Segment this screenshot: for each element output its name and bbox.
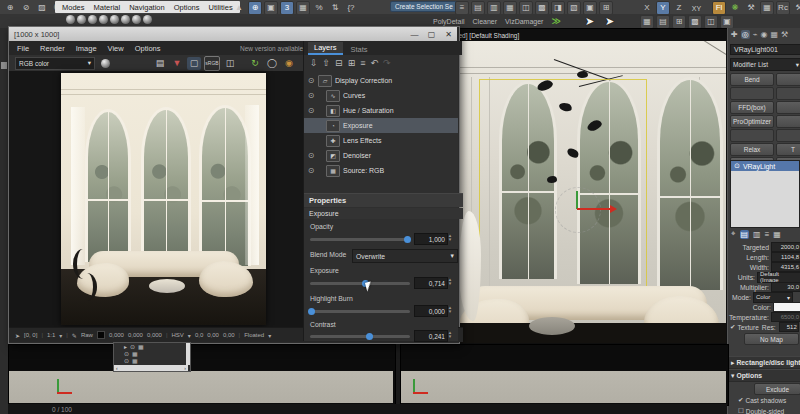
- save-layers-icon[interactable]: ⇧: [323, 58, 331, 68]
- axis-z-button[interactable]: Z: [672, 1, 686, 15]
- compare-images-icon[interactable]: ◫: [223, 57, 237, 70]
- show-end-result-icon[interactable]: ▤: [740, 230, 750, 239]
- contrast-value[interactable]: 0,241: [414, 330, 448, 342]
- spacing-tool-icon[interactable]: ▤: [656, 15, 670, 29]
- modifier-button-cut[interactable]: [776, 115, 800, 128]
- visibility-eye-icon[interactable]: ⊙: [304, 76, 318, 85]
- display-tab-icon[interactable]: ▦: [771, 30, 779, 39]
- targeted-value[interactable]: 2000,0: [771, 242, 800, 252]
- snap-3d-icon[interactable]: 3: [280, 1, 294, 15]
- chevron-double-icon[interactable]: ≫: [551, 16, 560, 26]
- save-image-icon[interactable]: ▤: [153, 57, 167, 70]
- maximize-button[interactable]: ▢: [423, 30, 440, 39]
- tab-stats[interactable]: Stats: [345, 44, 374, 55]
- exclude-button[interactable]: Exclude: [754, 383, 800, 395]
- spinner-snap-icon[interactable]: ⇅: [328, 1, 342, 15]
- wrench-icon[interactable]: ⚒: [792, 1, 800, 15]
- spinner-icon[interactable]: ▴▾: [447, 233, 453, 241]
- undo-icon[interactable]: ↶: [370, 58, 378, 68]
- remove-modifier-icon[interactable]: ≡: [765, 230, 770, 239]
- modifier-button-ffdbox[interactable]: FFD(box): [730, 101, 774, 114]
- blend-mode-dropdown[interactable]: Overwrite▾: [352, 249, 458, 263]
- float-mode-dropdown[interactable]: Floated: [244, 332, 264, 338]
- modifier-button-bend[interactable]: Bend: [730, 73, 774, 86]
- units-dropdown[interactable]: Default (Image: [757, 272, 800, 283]
- opacity-value[interactable]: 1,000: [414, 233, 448, 245]
- gizmo-x-axis[interactable]: [577, 208, 611, 210]
- opacity-slider-knob[interactable]: [404, 236, 411, 243]
- horizontal-scrollbar[interactable]: ‹›: [114, 365, 188, 371]
- script-button-vizdamager[interactable]: VizDamager: [505, 18, 543, 25]
- align-icon[interactable]: ▥: [487, 1, 501, 15]
- unlink-icon[interactable]: ⊘: [19, 1, 33, 15]
- contrast-slider-knob[interactable]: [366, 333, 373, 340]
- object-name-field[interactable]: VRayLight001: [730, 44, 800, 55]
- layer-row-curves[interactable]: ⊙ ∿ Curves: [304, 88, 458, 103]
- bind-spacewarp-icon[interactable]: ▨: [35, 1, 49, 15]
- new-version-notice[interactable]: New version available!: [240, 45, 305, 52]
- scroll-left-icon[interactable]: ‹: [116, 365, 118, 371]
- stop-render-icon[interactable]: ◯: [265, 57, 279, 70]
- array-icon[interactable]: ▦: [640, 15, 654, 29]
- toggle-icon[interactable]: ⊙: [124, 350, 129, 357]
- grid-icon[interactable]: ▦: [132, 350, 138, 357]
- vfb-image-area[interactable]: [9, 71, 303, 327]
- material-sphere-icon[interactable]: [132, 15, 141, 24]
- graphite-icon[interactable]: ◫: [519, 1, 533, 15]
- forest-pack-icon[interactable]: Fl: [712, 1, 726, 15]
- preview-sphere-icon[interactable]: [101, 59, 110, 68]
- multiplier-value[interactable]: 30,0: [771, 282, 800, 292]
- scroll-right-icon[interactable]: ›: [184, 365, 186, 371]
- channel-dropdown[interactable]: RGB color▾: [15, 57, 95, 70]
- railclone-icon[interactable]: Rc: [776, 1, 790, 15]
- highlight-burn-slider-knob[interactable]: [308, 308, 315, 315]
- material-sphere-icon[interactable]: [110, 15, 119, 24]
- axis-x-button[interactable]: X: [640, 1, 654, 15]
- mode-dropdown[interactable]: Color▾: [753, 292, 793, 303]
- spinner-icon[interactable]: ▴▾: [447, 330, 453, 338]
- layer-row-source-rgb[interactable]: ⊙ ▦ Source: RGB: [304, 163, 458, 178]
- modifier-button-cut[interactable]: T: [776, 143, 800, 156]
- pin-stack-icon[interactable]: ⌖: [731, 229, 736, 239]
- load-layers-icon[interactable]: ⇩: [310, 58, 318, 68]
- material-sphere-icon[interactable]: [121, 15, 130, 24]
- exposure-value[interactable]: 0,714: [414, 277, 448, 289]
- percent-snap-icon[interactable]: %: [312, 1, 326, 15]
- color-swatch[interactable]: [773, 302, 800, 312]
- layer-row-display-correction[interactable]: ⊙ ▱ Display Correction: [304, 73, 458, 88]
- cast-shadows-checkbox[interactable]: ✔Cast shadows: [738, 396, 786, 404]
- delete-layer-icon[interactable]: ⊞: [348, 58, 356, 68]
- double-sided-checkbox[interactable]: ☐Double-sided: [738, 407, 784, 414]
- contrast-slider[interactable]: [310, 335, 410, 338]
- angle-snap-icon[interactable]: ▦: [296, 1, 310, 15]
- modifier-button-prooptimizer[interactable]: ProOptimizer: [730, 115, 774, 128]
- create-selection-set-field[interactable]: Create Selection Se: [390, 1, 458, 12]
- toggle-icon[interactable]: ⊙: [124, 357, 129, 364]
- plant-icon[interactable]: ❋: [728, 1, 742, 15]
- mirror-tool-icon[interactable]: ▤: [471, 1, 485, 15]
- material-editor-icon[interactable]: ▧: [567, 1, 581, 15]
- modifier-stack[interactable]: ⊙VRayLight: [730, 160, 800, 228]
- vfb-titlebar[interactable]: [1000 x 1000] — ▢ ✕: [9, 27, 457, 41]
- highlight-burn-value[interactable]: 0,000: [414, 305, 448, 317]
- minimize-button[interactable]: —: [406, 30, 423, 39]
- menu-navigation[interactable]: Navigation: [129, 3, 164, 12]
- menu-utilities[interactable]: Utilities: [209, 3, 233, 12]
- modifier-button-relax[interactable]: Relax: [730, 143, 774, 156]
- bottom-left-viewport[interactable]: [8, 344, 396, 406]
- layer-row-denoiser[interactable]: ⊙ ◩ Denoiser: [304, 148, 458, 163]
- srgb-toggle-icon[interactable]: sRGB: [204, 56, 220, 71]
- clone-icon[interactable]: ⊞: [672, 15, 686, 29]
- tab-layers[interactable]: Layers: [308, 42, 343, 55]
- vfb-menu-image[interactable]: Image: [76, 44, 97, 53]
- vfb-menu-view[interactable]: View: [108, 44, 124, 53]
- opacity-slider[interactable]: [310, 238, 410, 241]
- motion-tab-icon[interactable]: ◉: [761, 30, 768, 39]
- layer-row-exposure[interactable]: ◔ Exposure: [304, 118, 458, 133]
- schematic-view-icon[interactable]: ◨: [551, 1, 565, 15]
- texture-checkbox[interactable]: ✔Texture: [730, 323, 759, 331]
- hsv-dropdown[interactable]: HSV: [172, 332, 184, 338]
- grid-tool-icon[interactable]: ▦: [760, 1, 774, 15]
- eyedropper-icon[interactable]: ✎: [72, 332, 77, 339]
- modifier-list-dropdown[interactable]: Modifier List▾: [730, 58, 800, 71]
